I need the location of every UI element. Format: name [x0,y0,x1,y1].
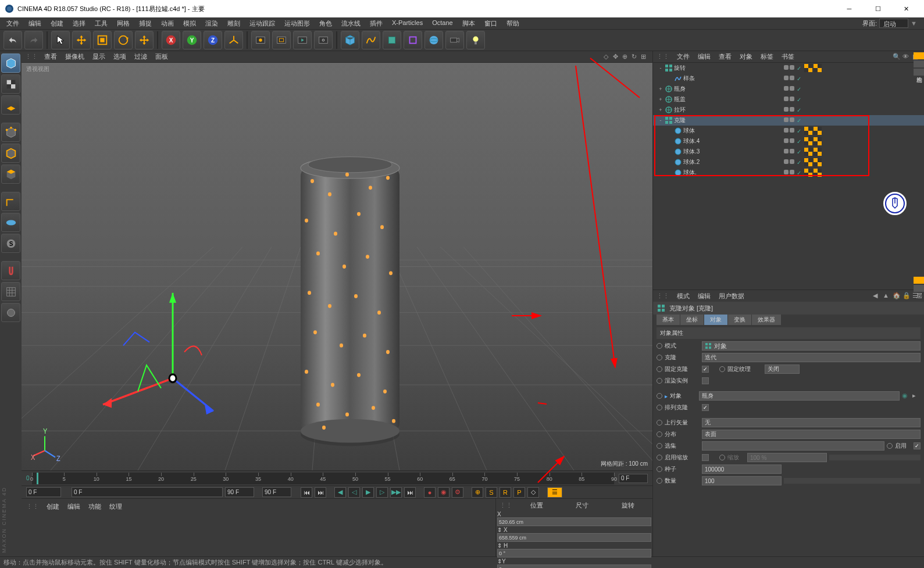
frame-start[interactable] [26,487,61,497]
object-arrow-icon[interactable]: ▸ [912,392,921,400]
prev-frame[interactable]: ◁ [348,487,360,498]
scale-radio[interactable] [657,455,662,460]
add-spline[interactable] [362,31,380,49]
vis-check-10[interactable]: ✓ [797,170,801,176]
menu-窗口[interactable]: 窗口 [480,18,501,29]
scale-input[interactable] [747,453,827,462]
maximize-button[interactable]: ☐ [865,1,891,17]
menu-角色[interactable]: 角色 [315,18,336,29]
pos-X-spinner[interactable]: ⇕ [497,527,502,533]
tree-row-瓶盖[interactable]: + 瓶盖 ✓ [653,94,924,105]
pos-X-input[interactable] [497,517,651,526]
tree-expand-7[interactable] [667,138,673,144]
vp-nav-icon[interactable]: ◇ [604,53,612,61]
mat-menu-纹理[interactable]: 纹理 [105,502,126,511]
render-pv[interactable] [293,31,312,49]
menu-脚本[interactable]: 脚本 [458,18,479,29]
om-eye-icon[interactable]: 👁 [902,53,911,61]
tree-expand-3[interactable]: + [658,97,663,102]
om-menu-书签[interactable]: 书签 [777,52,798,61]
interface-dropdown-icon[interactable]: ▼ [911,20,917,27]
fixclone-radio[interactable] [657,366,662,372]
viewport-dots-icon[interactable]: ⋮⋮ [25,53,38,60]
vis-editor-5[interactable] [784,117,789,122]
add-light[interactable] [466,31,485,49]
vis-editor-4[interactable] [784,107,789,112]
add-cube[interactable] [341,31,359,49]
timeline-playhead[interactable] [37,473,38,484]
object-label-link[interactable]: ▸ [665,393,668,399]
vp-menu-选项[interactable]: 选项 [109,52,130,61]
tree-label-2[interactable]: 瓶身 [674,85,686,93]
vis-render-10[interactable] [790,170,794,174]
menu-动画[interactable]: 动画 [157,18,178,29]
object-pick-icon[interactable]: ◉ [902,392,910,400]
mode-radio[interactable] [657,343,662,349]
move-tool[interactable] [72,31,91,49]
vis-editor-8[interactable] [784,149,789,153]
vis-render-8[interactable] [790,149,794,153]
tree-expand-4[interactable]: + [658,107,663,113]
fixtex-radio[interactable] [719,366,725,372]
key-pla[interactable]: ◇ [527,487,539,498]
model-mode[interactable] [1,53,20,73]
tree-label-0[interactable]: 旋转 [674,64,686,72]
misc-tool[interactable] [1,303,20,322]
menu-工具[interactable]: 工具 [91,18,112,29]
next-key[interactable]: ▶▶ [390,487,402,498]
side-tab-attr[interactable]: 属性 [914,277,924,284]
side-tab-content[interactable]: 内容 [914,52,924,59]
tag-7-0[interactable] [804,137,812,145]
side-tab-layer[interactable]: 层 [914,285,924,292]
timeline-ruler[interactable]: 051015202530354045505560657075808590 [32,473,614,484]
attr-menu-用户数据[interactable]: 用户数据 [715,291,748,301]
vp-orbit-icon[interactable]: ↻ [632,53,640,61]
vis-check-1[interactable]: ✓ [797,76,801,82]
arrange-radio[interactable] [657,405,662,410]
om-menu-文件[interactable]: 文件 [673,52,694,61]
tag-0-0[interactable] [804,64,812,72]
tree-row-瓶身[interactable]: + 瓶身 ✓ [653,84,924,94]
vis-render-3[interactable] [790,97,794,101]
key-scale[interactable]: S [486,487,497,498]
frame-mid[interactable] [72,487,223,497]
add-deformer[interactable] [404,31,422,49]
tree-expand-8[interactable] [667,149,673,155]
menu-渲染[interactable]: 渲染 [201,18,222,29]
key-options[interactable]: ⚙ [452,487,463,498]
tree-expand-2[interactable]: + [658,86,663,92]
tree-expand-5[interactable]: - [658,117,663,123]
vis-editor-6[interactable] [784,128,789,133]
tree-row-球体[interactable]: 球体 ✓ [653,126,924,136]
edge-mode[interactable] [1,144,20,163]
attr-home-icon[interactable]: 🏠 [893,292,901,300]
attr-tab-变换[interactable]: 变换 [728,315,751,325]
vp-menu-摄像机[interactable]: 摄像机 [61,52,88,61]
menu-流水线[interactable]: 流水线 [337,18,365,29]
menu-网格[interactable]: 网格 [113,18,134,29]
count-slider[interactable] [784,478,921,484]
x-axis-lock[interactable]: X [162,31,180,49]
vis-check-8[interactable]: ✓ [797,149,801,155]
count-radio[interactable] [657,478,662,484]
menu-插件[interactable]: 插件 [366,18,387,29]
vis-editor-7[interactable] [784,138,789,143]
tag-9-1[interactable] [814,158,822,166]
attr-menu-模式[interactable]: 模式 [673,291,694,301]
tree-label-4[interactable]: 拉环 [674,106,686,114]
tree-expand-1[interactable] [667,76,673,81]
attr-tab-效果器[interactable]: 效果器 [752,315,781,325]
polygon-mode[interactable] [1,165,20,184]
vis-render-7[interactable] [790,138,794,143]
close-button[interactable]: ✕ [893,1,919,17]
scale-tool[interactable] [93,31,112,49]
dist-select[interactable]: 表面 [702,430,921,439]
attr-fwd-icon[interactable]: ▲ [883,292,891,300]
rotate-tool[interactable] [114,31,133,49]
tree-expand-10[interactable] [667,170,673,176]
vp-pan-icon[interactable]: ✥ [613,53,621,61]
menu-编辑[interactable]: 编辑 [24,18,45,29]
undo-button[interactable] [3,31,22,49]
frame-end[interactable] [262,487,291,497]
instance-check[interactable] [702,377,709,384]
